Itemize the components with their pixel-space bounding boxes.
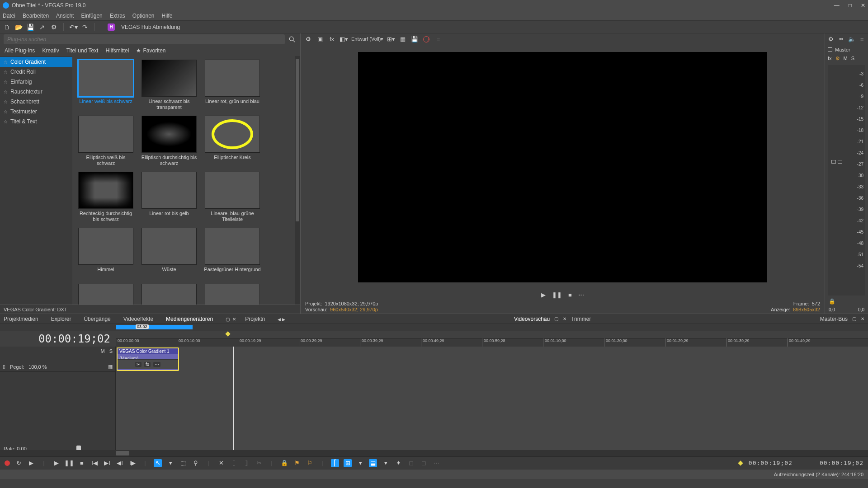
- preset-item[interactable]: Linear schwarz bis transparent: [140, 60, 198, 110]
- undo-icon[interactable]: ↶▾: [69, 23, 77, 31]
- trim-start-icon[interactable]: ⟦: [230, 459, 238, 467]
- pause-button[interactable]: ❚❚: [65, 459, 73, 467]
- snap-grid-icon[interactable]: ⊞: [344, 459, 352, 467]
- playhead[interactable]: [233, 347, 234, 450]
- panel-tab[interactable]: Trimmer: [571, 316, 591, 322]
- master-mute-button[interactable]: M: [844, 56, 848, 61]
- tab-close-icon[interactable]: ✕: [232, 317, 236, 322]
- clip-crop-icon[interactable]: ✂: [135, 362, 142, 367]
- preset-thumbnail[interactable]: [205, 284, 260, 305]
- preset-thumbnail[interactable]: [78, 284, 133, 305]
- sidebar-item[interactable]: ☆Einfarbig: [0, 77, 72, 87]
- open-icon[interactable]: 📂: [14, 23, 23, 31]
- preset-thumbnail[interactable]: [205, 116, 260, 153]
- preset-thumbnail[interactable]: [205, 228, 260, 265]
- selection-tool-icon[interactable]: ⬚: [179, 459, 187, 467]
- redo-icon[interactable]: ↷: [81, 23, 89, 31]
- sidebar-item[interactable]: ☆Titel & Text: [0, 117, 72, 127]
- snap-icon[interactable]: ⎡: [331, 459, 339, 467]
- preset-thumbnail[interactable]: [205, 172, 260, 209]
- preset-item[interactable]: Linear rot bis gelb: [140, 172, 198, 222]
- preset-item[interactable]: Pastellgrüner Hintergrund: [203, 228, 261, 278]
- preview-play-button[interactable]: ▶: [541, 291, 546, 298]
- next-frame-button[interactable]: I▶: [128, 459, 137, 467]
- track-mute-button[interactable]: M: [100, 348, 104, 354]
- track-solo-button[interactable]: S: [109, 348, 113, 354]
- loop-play-button[interactable]: ↻: [14, 459, 23, 467]
- play-start-button[interactable]: ▶: [27, 459, 35, 467]
- tab-close-icon[interactable]: ✕: [861, 316, 864, 321]
- sidebar-item[interactable]: ☆Schachbrett: [0, 97, 72, 107]
- panel-tab[interactable]: Explorer: [51, 316, 71, 322]
- zoom-tool-icon[interactable]: ⚲: [192, 459, 200, 467]
- preview-settings-icon[interactable]: ⚙: [304, 35, 312, 43]
- preview-overlay-icon[interactable]: ▦: [399, 35, 407, 43]
- category-tab[interactable]: Hilfsmittel: [105, 47, 129, 54]
- preset-scrollbar[interactable]: [295, 56, 300, 305]
- prev-frame-button[interactable]: ◀I: [116, 459, 124, 467]
- menu-extras[interactable]: Extras: [110, 13, 125, 19]
- ruler-tick[interactable]: 00:00:00;00: [116, 338, 139, 347]
- hub-badge-icon[interactable]: H: [108, 23, 115, 31]
- go-start-button[interactable]: I◀: [90, 459, 99, 467]
- category-tab[interactable]: Alle Plug-Ins: [5, 47, 35, 54]
- stop-button[interactable]: ■: [78, 459, 86, 467]
- preset-item[interactable]: Lineare, blau-grüne Titelleiste: [203, 172, 261, 222]
- tab-close-icon[interactable]: ✕: [563, 316, 566, 321]
- master-fx-icon[interactable]: fx: [828, 56, 832, 61]
- preview-split-icon[interactable]: ◧▾: [340, 35, 348, 43]
- meter-sliders-icon[interactable]: ≡: [859, 35, 865, 43]
- category-tab[interactable]: Kreativ: [42, 47, 59, 54]
- trim-end-icon[interactable]: ⟧: [242, 459, 250, 467]
- preset-item[interactable]: Wüste: [140, 228, 198, 278]
- hub-label[interactable]: VEGAS Hub Abmeldung: [121, 24, 180, 30]
- master-checkbox-icon[interactable]: [828, 47, 832, 52]
- preset-thumbnail[interactable]: [142, 116, 197, 153]
- meter-lock-icon[interactable]: 🔒: [829, 298, 835, 305]
- misc-icon-1[interactable]: ◻: [407, 459, 415, 467]
- menu-datei[interactable]: Datei: [3, 13, 15, 19]
- preview-stop-button[interactable]: ■: [568, 291, 572, 298]
- ruler-tick[interactable]: 00:01:49;29: [787, 338, 811, 347]
- preview-more-button[interactable]: ⋯: [578, 291, 584, 298]
- ruler-tick[interactable]: 00:00:49;29: [421, 338, 444, 347]
- normal-edit-tool[interactable]: ↖: [154, 459, 162, 467]
- plugin-search-input[interactable]: [4, 34, 285, 44]
- preview-menu-icon[interactable]: ≡: [434, 35, 442, 43]
- category-tab[interactable]: Titel und Text: [66, 47, 99, 54]
- preset-item[interactable]: [203, 284, 261, 305]
- timeline-scrollbar[interactable]: [0, 450, 868, 456]
- menu-hilfe[interactable]: Hilfe: [162, 13, 173, 19]
- meter-settings-icon[interactable]: ⚙: [828, 35, 834, 43]
- tab-pin-icon[interactable]: ▢: [852, 316, 856, 321]
- preset-thumbnail[interactable]: [142, 172, 197, 209]
- tab-master-bus[interactable]: Master-Bus: [820, 316, 848, 322]
- preview-disable-icon[interactable]: [422, 35, 430, 43]
- track-level-value[interactable]: 100,0 %: [28, 364, 47, 370]
- timecode-display[interactable]: 00:00:19;02: [0, 333, 116, 345]
- preset-thumbnail[interactable]: [142, 284, 197, 305]
- meter-speaker-icon[interactable]: 🔈: [848, 35, 855, 43]
- ruler-tick[interactable]: 00:00:39;29: [360, 338, 383, 347]
- ruler-tick[interactable]: 00:00:10;00: [177, 338, 200, 347]
- preset-item[interactable]: Elliptisch durchsichtig bis schwarz: [140, 116, 198, 166]
- track-motion-icon[interactable]: ▦: [108, 364, 113, 370]
- menu-ansicht[interactable]: Ansicht: [56, 13, 74, 19]
- timeline-clip[interactable]: VEGAS Color Gradient 1 (Medium) ✂ fx ⋯: [117, 347, 179, 371]
- meter-dim-icon[interactable]: ••: [838, 35, 844, 43]
- go-end-button[interactable]: ▶I: [103, 459, 111, 467]
- clip-fx-icon[interactable]: fx: [144, 362, 151, 367]
- panel-tab[interactable]: Videoeffekte: [123, 316, 153, 322]
- preview-quality-dropdown[interactable]: Entwurf (Voll)▾: [351, 36, 383, 42]
- marker-flag-icon[interactable]: ⚑: [293, 459, 301, 467]
- new-icon[interactable]: 🗋: [3, 23, 11, 31]
- loop-region-bar[interactable]: [116, 325, 193, 329]
- preset-item[interactable]: Linear rot, grün und blau: [203, 60, 261, 110]
- master-settings2-icon[interactable]: ⚙: [835, 56, 840, 61]
- timecode-field-right[interactable]: 00:00:19;02: [820, 460, 863, 466]
- preview-fx-icon[interactable]: fx: [328, 35, 336, 43]
- ruler-tick[interactable]: 00:01:20;00: [604, 338, 627, 347]
- preset-thumbnail[interactable]: [78, 60, 133, 97]
- ruler-tick[interactable]: 00:01:29;29: [665, 338, 689, 347]
- lock-icon[interactable]: 🔒: [280, 459, 288, 467]
